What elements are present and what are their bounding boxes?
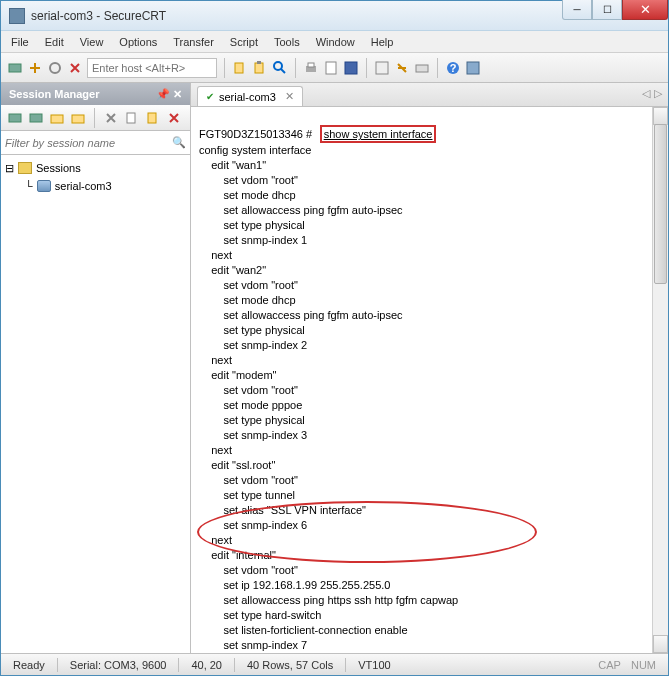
connect-session-icon[interactable] xyxy=(28,110,44,126)
svg-rect-17 xyxy=(30,114,42,122)
status-ready: Ready xyxy=(13,659,45,671)
filter-row: 🔍 xyxy=(1,131,190,155)
status-pos: 40, 20 xyxy=(191,659,222,671)
print-icon[interactable] xyxy=(303,60,319,76)
statusbar: Ready Serial: COM3, 9600 40, 20 40 Rows,… xyxy=(1,653,668,675)
tree-item-serial-com3[interactable]: └ serial-com3 xyxy=(5,177,186,195)
tree-root[interactable]: ⊟ Sessions xyxy=(5,159,186,177)
session-tree[interactable]: ⊟ Sessions └ serial-com3 xyxy=(1,155,190,653)
svg-rect-12 xyxy=(416,65,428,72)
tab-serial-com3[interactable]: ✔ serial-com3 ✕ xyxy=(197,86,303,106)
close-button[interactable]: ✕ xyxy=(622,0,668,20)
tab-next-icon[interactable]: ▷ xyxy=(654,87,662,100)
tab-nav: ◁ ▷ xyxy=(642,87,662,100)
svg-rect-15 xyxy=(467,62,479,74)
toolbar: ? xyxy=(1,53,668,83)
folder-icon[interactable] xyxy=(70,110,86,126)
svg-rect-4 xyxy=(257,61,261,64)
menu-options[interactable]: Options xyxy=(119,36,157,48)
main-area: ✔ serial-com3 ✕ ◁ ▷ FGT90D3Z15013346 # s… xyxy=(191,83,668,653)
svg-rect-16 xyxy=(9,114,21,122)
menu-help[interactable]: Help xyxy=(371,36,394,48)
svg-rect-11 xyxy=(376,62,388,74)
help-icon[interactable]: ? xyxy=(445,60,461,76)
maximize-button[interactable]: ☐ xyxy=(592,0,622,20)
menu-window[interactable]: Window xyxy=(316,36,355,48)
copy2-icon[interactable] xyxy=(124,110,140,126)
svg-rect-0 xyxy=(9,64,21,72)
menu-edit[interactable]: Edit xyxy=(45,36,64,48)
cut-icon[interactable] xyxy=(103,110,119,126)
status-dims: 40 Rows, 57 Cols xyxy=(247,659,333,671)
menu-transfer[interactable]: Transfer xyxy=(173,36,214,48)
session-manager-panel: Session Manager 📌 ✕ 🔍 ⊟ xyxy=(1,83,191,653)
panel-title: Session Manager 📌 ✕ xyxy=(1,83,190,105)
menubar: File Edit View Options Transfer Script T… xyxy=(1,31,668,53)
tab-prev-icon[interactable]: ◁ xyxy=(642,87,650,100)
status-num: NUM xyxy=(631,659,656,671)
pin-icon[interactable]: 📌 ✕ xyxy=(156,88,182,101)
menu-view[interactable]: View xyxy=(80,36,104,48)
reconnect-icon[interactable] xyxy=(47,60,63,76)
status-port: Serial: COM3, 9600 xyxy=(70,659,167,671)
delete-icon[interactable] xyxy=(166,110,182,126)
filter-input[interactable] xyxy=(5,137,172,149)
svg-rect-2 xyxy=(235,63,243,73)
svg-rect-18 xyxy=(51,115,63,123)
status-term: VT100 xyxy=(358,659,390,671)
find-icon[interactable] xyxy=(272,60,288,76)
quick-connect-icon[interactable] xyxy=(27,60,43,76)
properties-icon[interactable] xyxy=(374,60,390,76)
disconnect-icon[interactable] xyxy=(67,60,83,76)
svg-rect-8 xyxy=(308,63,314,67)
save-icon[interactable] xyxy=(343,60,359,76)
status-cap: CAP xyxy=(598,659,621,671)
terminal-icon xyxy=(37,180,51,192)
svg-rect-3 xyxy=(255,63,263,73)
host-input[interactable] xyxy=(87,58,217,78)
app-window: serial-com3 - SecureCRT ─ ☐ ✕ File Edit … xyxy=(0,0,669,676)
svg-rect-20 xyxy=(127,113,135,123)
new-folder-icon[interactable] xyxy=(49,110,65,126)
filter-search-icon[interactable]: 🔍 xyxy=(172,136,186,149)
prompt: FGT90D3Z15013346 # xyxy=(199,128,312,140)
keymap-icon[interactable] xyxy=(414,60,430,76)
log-icon[interactable] xyxy=(323,60,339,76)
menu-tools[interactable]: Tools xyxy=(274,36,300,48)
paste2-icon[interactable] xyxy=(145,110,161,126)
new-session-icon[interactable] xyxy=(7,110,23,126)
svg-rect-19 xyxy=(72,115,84,123)
svg-rect-21 xyxy=(148,113,156,123)
svg-rect-10 xyxy=(345,62,357,74)
tab-label: serial-com3 xyxy=(219,91,276,103)
svg-point-5 xyxy=(274,62,282,70)
svg-line-6 xyxy=(281,69,285,73)
scrollbar[interactable] xyxy=(652,107,668,653)
window-title: serial-com3 - SecureCRT xyxy=(31,9,562,23)
minimize-button[interactable]: ─ xyxy=(562,0,592,20)
settings-icon[interactable] xyxy=(394,60,410,76)
menu-file[interactable]: File xyxy=(11,36,29,48)
status-dot-icon: ✔ xyxy=(206,91,214,102)
scroll-thumb[interactable] xyxy=(654,124,667,284)
highlight-command: show system interface xyxy=(320,125,437,143)
tab-bar: ✔ serial-com3 ✕ ◁ ▷ xyxy=(191,83,668,107)
svg-text:?: ? xyxy=(450,62,457,74)
connect-icon[interactable] xyxy=(7,60,23,76)
panel-title-text: Session Manager xyxy=(9,88,99,100)
copy-icon[interactable] xyxy=(232,60,248,76)
menu-script[interactable]: Script xyxy=(230,36,258,48)
terminal[interactable]: FGT90D3Z15013346 # show system interface… xyxy=(191,107,668,653)
titlebar[interactable]: serial-com3 - SecureCRT ─ ☐ ✕ xyxy=(1,1,668,31)
app-icon xyxy=(9,8,25,24)
paste-icon[interactable] xyxy=(252,60,268,76)
panel-toolbar xyxy=(1,105,190,131)
svg-point-1 xyxy=(50,63,60,73)
about-icon[interactable] xyxy=(465,60,481,76)
terminal-output: config system interface edit "wan1" set … xyxy=(199,144,458,653)
folder-icon xyxy=(18,162,32,174)
svg-rect-9 xyxy=(326,62,336,74)
tab-close-icon[interactable]: ✕ xyxy=(285,90,294,103)
